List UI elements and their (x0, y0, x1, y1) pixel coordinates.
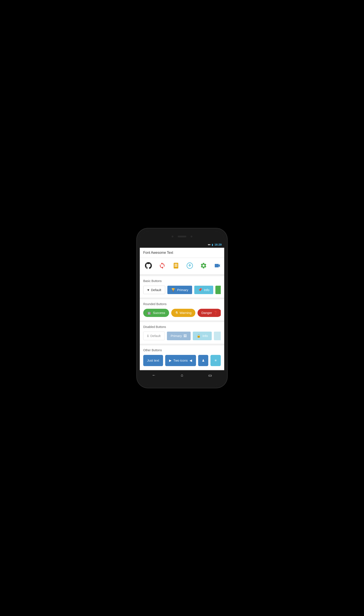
back-button[interactable]: ← (149, 371, 158, 380)
basic-buttons-section: Basic Buttons ♥ Default 🏆 Primary 📌 Info (140, 276, 224, 298)
info-button[interactable]: 📌 Info (194, 286, 213, 294)
flask-icon: ⚗ (175, 311, 178, 315)
disabled-buttons-row: ℹ Default Primary 🖼 🔓 Info (143, 332, 221, 340)
info-icon: ℹ (147, 334, 149, 338)
home-button[interactable]: ⌂ (178, 371, 186, 380)
sensor-dot (191, 236, 192, 237)
primary-button[interactable]: 🏆 Primary (167, 286, 192, 294)
arrow-left-icon: ◀ (190, 358, 192, 362)
danger-button[interactable]: Danger ❓ (197, 309, 221, 317)
default-disabled-button: ℹ Default (143, 332, 165, 340)
battery-icon: ▮ (212, 243, 213, 246)
info-disabled-button: 🔓 Info (193, 332, 212, 340)
phone-screen: ▾▾ ▮ 16:29 Font Awesome Text (140, 231, 224, 385)
status-time: 16:29 (215, 243, 222, 246)
rounded-buttons-title: Rounded Buttons (143, 302, 221, 306)
two-icons-button[interactable]: ▶ Two icons ◀ (165, 355, 196, 366)
lock-icon: 🔓 (197, 334, 201, 338)
pin-icon: 📌 (198, 288, 202, 292)
status-icons: ▾▾ ▮ 16:29 (208, 243, 222, 246)
android-icon: 🤖 (147, 311, 151, 315)
success-button[interactable]: 🤖 Success (143, 309, 169, 317)
camera-dot (172, 236, 173, 237)
app-header: Font Awesome Text (140, 248, 224, 258)
other-buttons-title: Other Buttons (143, 348, 221, 352)
asterisk-icon: ✳ (214, 358, 217, 362)
square-icon-button[interactable]: ♟ (198, 355, 208, 366)
video-icon (212, 260, 222, 271)
icons-section (140, 258, 224, 274)
basic-buttons-row: ♥ Default 🏆 Primary 📌 Info (143, 286, 221, 294)
phone-device: ▾▾ ▮ 16:29 Font Awesome Text (137, 228, 227, 388)
wifi-icon: ▾▾ (208, 243, 210, 246)
other-buttons-section: Other Buttons Just text ▶ Two icons ◀ ♟ … (140, 345, 224, 370)
disabled-buttons-title: Disabled Buttons (143, 325, 221, 329)
success-partial-button[interactable] (215, 286, 221, 294)
settings-icon (198, 260, 209, 271)
book-icon (171, 260, 181, 271)
heart-icon: ♥ (147, 288, 149, 292)
warning-button[interactable]: ⚗ Warning (171, 309, 195, 317)
upload-arrow-icon (185, 260, 195, 271)
arrow-right-icon: ▶ (169, 358, 172, 362)
status-bar: ▾▾ ▮ 16:29 (140, 242, 224, 248)
square-info-button[interactable]: ✳ (210, 355, 221, 366)
screen-content[interactable]: Font Awesome Text (140, 248, 224, 370)
primary-disabled-button: Primary 🖼 (167, 332, 191, 340)
just-text-button[interactable]: Just text (143, 355, 163, 366)
app-title: Font Awesome Text (143, 251, 173, 254)
phone-bottom-hardware (140, 381, 224, 385)
question-icon: ❓ (214, 311, 218, 315)
basic-buttons-title: Basic Buttons (143, 279, 221, 283)
refresh-icon (157, 260, 167, 271)
disabled-buttons-section: Disabled Buttons ℹ Default Primary 🖼 🔓 I… (140, 322, 224, 344)
other-buttons-row: Just text ▶ Two icons ◀ ♟ ✳ (143, 355, 221, 366)
bottom-navigation: ← ⌂ ▭ (140, 370, 224, 381)
trophy-icon: 🏆 (171, 288, 175, 292)
speaker-grille (178, 236, 186, 237)
person-icon: ♟ (202, 358, 205, 362)
info-partial-disabled (214, 332, 221, 340)
phone-top-hardware (140, 231, 224, 242)
rounded-buttons-section: Rounded Buttons 🤖 Success ⚗ Warning Dang… (140, 299, 224, 320)
recents-button[interactable]: ▭ (206, 371, 215, 380)
default-button[interactable]: ♥ Default (143, 286, 165, 294)
github-icon (143, 260, 154, 271)
rounded-buttons-row: 🤖 Success ⚗ Warning Danger ❓ (143, 309, 221, 317)
image-icon: 🖼 (183, 334, 187, 338)
